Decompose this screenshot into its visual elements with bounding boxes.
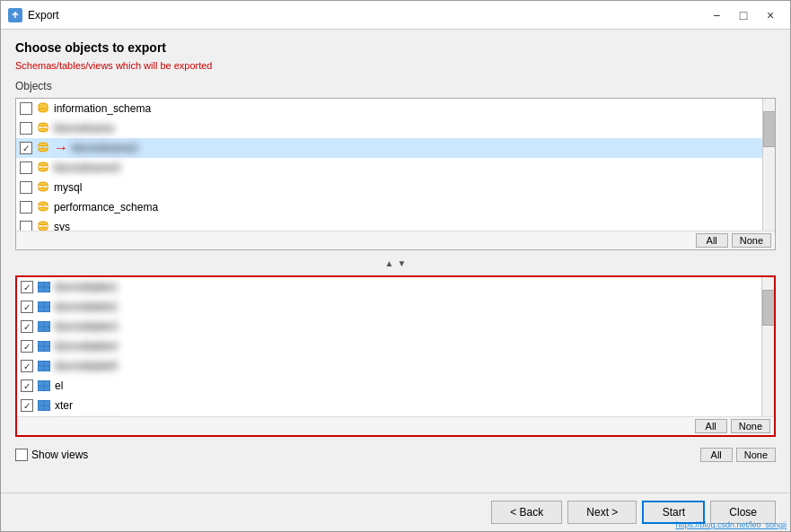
- schema-checkbox-0[interactable]: [20, 102, 32, 115]
- title-bar-left: Export: [8, 8, 59, 22]
- dialog-footer: < Back Next > Start Close https://blog.c…: [1, 493, 790, 531]
- list-item[interactable]: blurredtable2: [17, 297, 761, 317]
- list-item[interactable]: blurredtable1: [17, 277, 761, 297]
- svg-point-10: [39, 143, 48, 146]
- db-icon: [36, 200, 50, 214]
- schemas-none-button[interactable]: None: [732, 233, 771, 248]
- db-icon: [36, 121, 50, 135]
- export-window: Export − □ × Choose objects to export Sc…: [0, 0, 791, 532]
- schema-checkbox-5[interactable]: [20, 201, 32, 214]
- schema-name-6: sys: [54, 221, 759, 231]
- schemas-all-button[interactable]: All: [696, 233, 728, 248]
- table-name-0: blurredtable1: [55, 281, 758, 293]
- tables-none-button[interactable]: None: [731, 419, 770, 433]
- table-checkbox-1[interactable]: [21, 301, 33, 313]
- schemas-scrollbar[interactable]: [762, 99, 775, 231]
- svg-point-11: [39, 148, 48, 152]
- schemas-scrollbar-thumb[interactable]: [763, 111, 775, 147]
- table-icon: [37, 359, 51, 373]
- show-views-all-button[interactable]: All: [700, 448, 733, 462]
- show-views-label: Show views: [31, 449, 88, 461]
- show-views-left: Show views: [15, 449, 88, 461]
- svg-point-19: [39, 188, 48, 191]
- svg-point-23: [39, 207, 48, 211]
- list-item[interactable]: blurredtable4: [17, 336, 761, 356]
- schema-checkbox-4[interactable]: [20, 181, 32, 194]
- table-checkbox-3[interactable]: [21, 340, 33, 353]
- list-item[interactable]: blurredname3: [16, 158, 762, 178]
- db-icon: [36, 161, 50, 175]
- tables-list: blurredtable1 blurredtable2: [17, 277, 761, 416]
- table-name-1: blurredtable2: [55, 301, 758, 313]
- page-subtitle: Schemas/tables/views which will be expor…: [15, 60, 776, 71]
- svg-point-22: [39, 202, 48, 205]
- list-item[interactable]: blurredtable5: [17, 356, 761, 376]
- schema-name-3: blurredname3: [54, 161, 759, 174]
- list-item[interactable]: blurredname: [16, 118, 762, 138]
- app-icon: [8, 8, 22, 22]
- back-button[interactable]: < Back: [491, 501, 562, 524]
- red-arrow-indicator: →: [54, 140, 68, 156]
- schema-checkbox-2[interactable]: [20, 142, 32, 154]
- db-icon: [36, 101, 50, 116]
- minimize-button[interactable]: −: [704, 5, 729, 25]
- list-item[interactable]: mysql: [16, 178, 762, 197]
- table-checkbox-2[interactable]: [21, 320, 33, 333]
- table-name-4: blurredtable5: [55, 360, 758, 372]
- list-item[interactable]: sys: [16, 217, 762, 231]
- schemas-panel: information_schema: [15, 98, 776, 250]
- schemas-list: information_schema: [16, 99, 762, 231]
- list-item[interactable]: el: [17, 376, 761, 396]
- up-arrow-button[interactable]: ▲: [385, 258, 394, 268]
- db-icon: [36, 180, 50, 195]
- title-bar: Export − □ ×: [1, 1, 790, 30]
- tables-list-area: blurredtable1 blurredtable2: [17, 277, 774, 416]
- svg-point-3: [39, 109, 48, 112]
- schemas-list-area: information_schema: [16, 99, 775, 231]
- show-views-none-button[interactable]: None: [736, 448, 776, 462]
- schemas-buttons: All None: [16, 231, 775, 249]
- show-views-buttons: All None: [700, 448, 776, 462]
- list-item[interactable]: performance_schema: [16, 197, 762, 217]
- watermark-link: https://blog.csdn.net/leo_songji: [675, 520, 787, 529]
- list-item[interactable]: information_schema: [16, 99, 762, 118]
- svg-point-7: [39, 128, 48, 132]
- table-checkbox-4[interactable]: [21, 360, 33, 372]
- tables-scrollbar-thumb[interactable]: [762, 290, 774, 326]
- db-icon: [36, 141, 50, 155]
- table-name-6: xter: [55, 399, 758, 412]
- objects-label: Objects: [15, 80, 776, 92]
- table-name-2: blurredtable3: [55, 320, 758, 333]
- db-icon: [36, 220, 50, 231]
- schema-name-2: blurredname2: [72, 142, 759, 154]
- svg-point-18: [39, 182, 48, 186]
- schema-checkbox-3[interactable]: [20, 161, 32, 174]
- svg-point-15: [39, 168, 48, 171]
- tables-all-button[interactable]: All: [695, 419, 727, 433]
- table-checkbox-0[interactable]: [21, 281, 33, 293]
- list-item[interactable]: → blurredname2: [16, 138, 762, 158]
- table-checkbox-5[interactable]: [21, 379, 33, 392]
- page-title: Choose objects to export: [15, 40, 776, 55]
- close-window-button[interactable]: ×: [758, 5, 783, 25]
- table-checkbox-6[interactable]: [21, 399, 33, 412]
- tables-scrollbar[interactable]: [761, 277, 774, 416]
- table-icon: [37, 319, 51, 334]
- table-icon: [37, 280, 51, 294]
- table-icon: [37, 379, 51, 393]
- next-button[interactable]: Next >: [567, 501, 637, 524]
- list-item[interactable]: xter: [17, 396, 761, 415]
- schema-name-4: mysql: [54, 181, 759, 194]
- table-icon: [37, 300, 51, 314]
- table-icon: [37, 339, 51, 353]
- show-views-checkbox[interactable]: [15, 449, 28, 461]
- list-item[interactable]: blurredtable3: [17, 317, 761, 336]
- table-name-5: el: [55, 379, 758, 392]
- down-arrow-button[interactable]: ▼: [398, 258, 407, 268]
- table-icon: [37, 398, 51, 413]
- svg-point-14: [39, 162, 48, 166]
- schema-checkbox-6[interactable]: [20, 221, 32, 231]
- schema-checkbox-1[interactable]: [20, 122, 32, 135]
- schema-name-1: blurredname: [54, 122, 759, 135]
- maximize-button[interactable]: □: [731, 5, 756, 25]
